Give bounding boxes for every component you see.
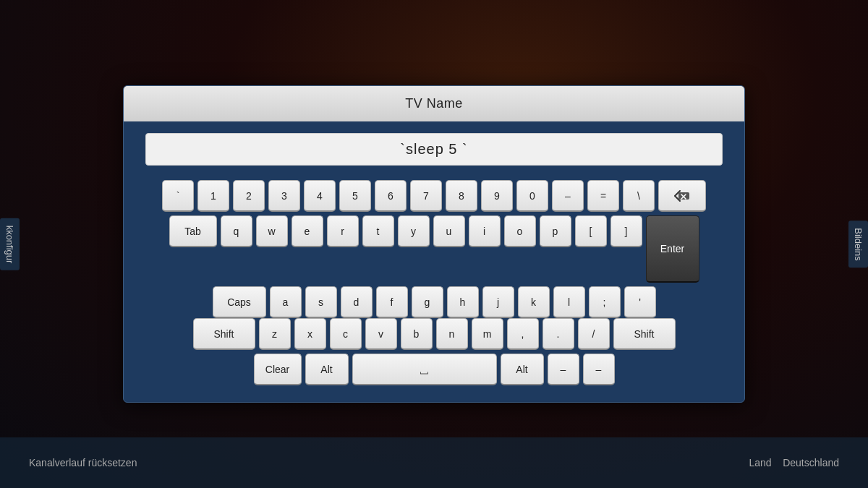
key-minus[interactable]: –	[552, 180, 584, 212]
key-s[interactable]: s	[305, 286, 337, 318]
key-5[interactable]: 5	[339, 180, 371, 212]
key-r[interactable]: r	[327, 215, 359, 247]
side-hint-right: Bildeins	[848, 221, 868, 268]
key-t[interactable]: t	[362, 215, 394, 247]
backspace-key[interactable]	[658, 180, 706, 212]
tv-name-dialog: TV Name `sleep 5 ` ` 1 2 3 4 5 6 7 8 9 0…	[123, 85, 745, 403]
on-screen-keyboard: ` 1 2 3 4 5 6 7 8 9 0 – = \	[124, 173, 744, 402]
key-open-bracket[interactable]: [	[575, 215, 607, 247]
tv-name-input[interactable]: `sleep 5 `	[145, 133, 723, 166]
key-2[interactable]: 2	[233, 180, 265, 212]
key-g[interactable]: g	[412, 286, 443, 318]
left-alt-key[interactable]: Alt	[305, 354, 349, 385]
key-w[interactable]: w	[256, 215, 288, 247]
keyboard-row-5: Clear Alt ⎵ Alt – –	[138, 354, 730, 385]
keyboard-row-4: Shift z x c v b n m , . / Shift	[138, 318, 730, 350]
key-apostrophe[interactable]: '	[624, 286, 656, 318]
key-x[interactable]: x	[294, 318, 326, 350]
key-9[interactable]: 9	[481, 180, 513, 212]
right-alt-key[interactable]: Alt	[501, 354, 544, 385]
key-0[interactable]: 0	[516, 180, 548, 212]
right-shift-key[interactable]: Shift	[613, 318, 676, 350]
caps-key[interactable]: Caps	[213, 286, 266, 318]
key-k[interactable]: k	[518, 286, 550, 318]
tab-key[interactable]: Tab	[169, 215, 217, 247]
keyboard-row-1: ` 1 2 3 4 5 6 7 8 9 0 – = \	[138, 180, 730, 212]
key-backtick[interactable]: `	[162, 180, 194, 212]
space-key[interactable]: ⎵	[352, 354, 497, 385]
key-close-bracket[interactable]: ]	[610, 215, 642, 247]
key-period[interactable]: .	[542, 318, 574, 350]
key-comma[interactable]: ,	[507, 318, 539, 350]
key-backslash[interactable]: \	[623, 180, 655, 212]
key-q[interactable]: q	[221, 215, 252, 247]
key-u[interactable]: u	[433, 215, 465, 247]
key-p[interactable]: p	[540, 215, 571, 247]
enter-key[interactable]: Enter	[646, 215, 699, 283]
bottom-left-text: Kanalverlauf rücksetzen	[29, 457, 137, 468]
key-h[interactable]: h	[447, 286, 479, 318]
key-f[interactable]: f	[376, 286, 408, 318]
input-area: `sleep 5 `	[124, 121, 744, 173]
key-6[interactable]: 6	[375, 180, 407, 212]
key-b[interactable]: b	[401, 318, 433, 350]
key-l[interactable]: l	[553, 286, 585, 318]
key-dash-2[interactable]: –	[583, 354, 615, 385]
side-hint-left: kkonfigur	[0, 218, 20, 270]
key-i[interactable]: i	[469, 215, 501, 247]
dialog-title: TV Name	[124, 86, 744, 121]
key-e[interactable]: e	[292, 215, 323, 247]
key-a[interactable]: a	[270, 286, 302, 318]
key-7[interactable]: 7	[410, 180, 442, 212]
key-d[interactable]: d	[341, 286, 373, 318]
key-o[interactable]: o	[504, 215, 536, 247]
bottom-right-text: Land Deutschland	[749, 457, 839, 468]
key-4[interactable]: 4	[304, 180, 336, 212]
key-slash[interactable]: /	[578, 318, 610, 350]
key-j[interactable]: j	[482, 286, 514, 318]
key-1[interactable]: 1	[197, 180, 229, 212]
key-c[interactable]: c	[330, 318, 362, 350]
key-m[interactable]: m	[472, 318, 503, 350]
key-y[interactable]: y	[398, 215, 430, 247]
key-8[interactable]: 8	[446, 180, 477, 212]
left-shift-key[interactable]: Shift	[193, 318, 255, 350]
key-equals[interactable]: =	[587, 180, 619, 212]
key-3[interactable]: 3	[268, 180, 300, 212]
key-v[interactable]: v	[365, 318, 397, 350]
key-z[interactable]: z	[259, 318, 291, 350]
key-dash-1[interactable]: –	[548, 354, 579, 385]
key-n[interactable]: n	[436, 318, 468, 350]
bottom-bar: Kanalverlauf rücksetzen Land Deutschland	[0, 437, 868, 488]
key-semicolon[interactable]: ;	[589, 286, 621, 318]
clear-key[interactable]: Clear	[254, 354, 302, 385]
